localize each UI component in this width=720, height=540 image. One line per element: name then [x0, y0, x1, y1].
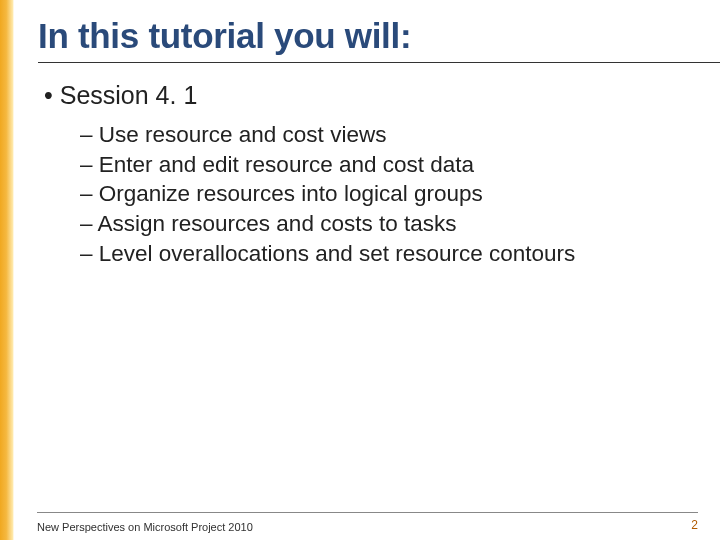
list-item: Organize resources into logical groups — [80, 179, 696, 209]
footer-text: New Perspectives on Microsoft Project 20… — [37, 521, 253, 533]
footer-divider — [37, 512, 698, 513]
slide-footer: New Perspectives on Microsoft Project 20… — [20, 512, 720, 540]
title-divider — [38, 62, 720, 63]
list-item: Level overallocations and set resource c… — [80, 239, 696, 269]
page-number: 2 — [691, 518, 698, 532]
list-item: Assign resources and costs to tasks — [80, 209, 696, 239]
accent-stripe — [0, 0, 14, 540]
slide-content: In this tutorial you will: Session 4. 1 … — [20, 0, 720, 540]
list-item: Use resource and cost views — [80, 120, 696, 150]
slide-title: In this tutorial you will: — [38, 16, 696, 56]
session-heading: Session 4. 1 — [44, 81, 696, 110]
list-item: Enter and edit resource and cost data — [80, 150, 696, 180]
